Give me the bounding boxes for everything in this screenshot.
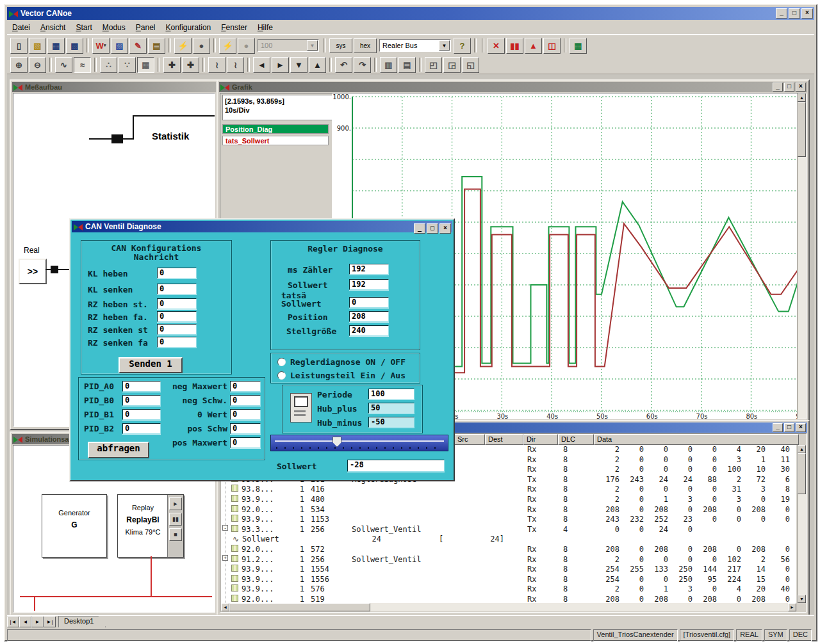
- cursor-right-button[interactable]: ►: [272, 57, 289, 73]
- expand-icon[interactable]: +: [222, 555, 228, 561]
- field-input-pid_b0[interactable]: 0: [122, 395, 161, 406]
- grafik-minimize-button[interactable]: _: [773, 83, 783, 92]
- field-input-tats-[interactable]: 0: [349, 297, 389, 308]
- field-input-stellgr-e[interactable]: 240: [349, 325, 389, 336]
- panel-draw-button[interactable]: ✎: [129, 38, 147, 54]
- center-button[interactable]: ✚: [182, 57, 199, 73]
- trace-row[interactable]: 93.9...1480Rx8201303019: [221, 495, 796, 505]
- next-transition-button[interactable]: ≀: [227, 57, 244, 73]
- messaufbau-titlebar[interactable]: Meßaufbau: [12, 82, 216, 92]
- multi-curve-button[interactable]: ≈: [74, 57, 91, 73]
- scrollbar-thumb[interactable]: [229, 603, 370, 611]
- field-input-neg-schw-[interactable]: 0: [230, 395, 261, 406]
- trace-row[interactable]: 92.0...1519Rx82080208020802080: [221, 595, 796, 603]
- abfragen-button[interactable]: abfragen: [88, 442, 149, 458]
- scroll-left-icon[interactable]: ◄: [221, 603, 229, 611]
- trace-row[interactable]: ∿Sollwert24[24]: [221, 535, 796, 545]
- field-input-kl-senken[interactable]: 0: [157, 284, 197, 294]
- menu-hilfe[interactable]: Hilfe: [252, 22, 278, 33]
- scroll-up-icon[interactable]: ▲: [798, 93, 806, 102]
- cursor-up-button[interactable]: ▲: [309, 57, 326, 73]
- trace-clear-button[interactable]: ✕: [488, 38, 505, 54]
- column-header-src[interactable]: Src: [454, 434, 485, 445]
- main-titlebar[interactable]: Vector CANoe _ □ ×: [7, 7, 814, 20]
- panel-editor-button[interactable]: ▨: [111, 38, 128, 54]
- sollwert-input[interactable]: -28: [347, 460, 445, 472]
- trace-row[interactable]: 93.8...1416Rx8200003138: [221, 485, 796, 495]
- legend-item-position_diag[interactable]: Position_Diag: [222, 124, 329, 134]
- tab-scroll-first[interactable]: |◄: [7, 616, 19, 627]
- menu-modus[interactable]: Modus: [97, 22, 131, 33]
- junction-node[interactable]: [111, 134, 123, 143]
- measure-lines-button[interactable]: ∵: [119, 57, 136, 73]
- field-input-rz-heben-fa-[interactable]: 0: [157, 311, 197, 322]
- undo-zoom-button[interactable]: ↶: [335, 57, 352, 73]
- field-input-hub_plus[interactable]: 50: [368, 403, 414, 414]
- measure-points-button[interactable]: ∴: [100, 57, 117, 73]
- field-input-pid_a0[interactable]: 0: [122, 381, 161, 392]
- column-header-dir[interactable]: Dir: [523, 434, 558, 445]
- trace-stop-button[interactable]: ◫: [543, 38, 561, 54]
- column-header-data[interactable]: Data: [594, 434, 799, 445]
- statistik-block-label[interactable]: Statistik: [152, 131, 189, 141]
- redo-zoom-button[interactable]: ↷: [354, 57, 371, 73]
- menu-fenster[interactable]: Fenster: [216, 22, 252, 33]
- trace-trigger-button[interactable]: ▲: [525, 38, 542, 54]
- save-all-button[interactable]: ▩: [66, 38, 83, 54]
- field-input-rz-senken-st[interactable]: 0: [157, 324, 197, 335]
- trace-row[interactable]: 93.9...11554Rx8254255133250144217140: [221, 565, 796, 575]
- grafik-titlebar[interactable]: Grafik _ □ ×: [219, 82, 807, 92]
- legend-view-button[interactable]: ▥: [380, 57, 397, 73]
- trace-row[interactable]: -93.3...1256Sollwert_VentilTx400240: [221, 525, 796, 535]
- animation-delay-combo[interactable]: 100▼: [258, 39, 319, 52]
- cursor-down-button[interactable]: ▼: [290, 57, 308, 73]
- field-input-rz-heben-st-[interactable]: 0: [157, 298, 197, 309]
- maximize-button[interactable]: □: [789, 8, 800, 19]
- field-input-neg-maxwert[interactable]: 0: [230, 381, 261, 392]
- stop-icon[interactable]: ■: [169, 528, 182, 541]
- trace-hscrollbar[interactable]: ◄ ►: [221, 603, 796, 611]
- frame-right-button[interactable]: ◱: [462, 57, 479, 73]
- radio-leistungsteil-ein-aus[interactable]: [277, 371, 286, 380]
- field-input-periode[interactable]: 100: [368, 389, 414, 399]
- trace-minimize-button[interactable]: _: [773, 423, 783, 432]
- step-animation-button[interactable]: ●: [238, 38, 255, 54]
- prev-transition-button[interactable]: ≀: [208, 57, 226, 73]
- junction-node[interactable]: [51, 266, 58, 273]
- trace-row[interactable]: 92.0...1534Rx82080208020802080: [221, 505, 796, 515]
- pan-button[interactable]: ✚: [163, 57, 181, 73]
- trace-row[interactable]: 92.0...1572Rx82080208020802080: [221, 545, 796, 555]
- real-bus-block[interactable]: >>: [19, 259, 47, 284]
- field-input-kl-heben[interactable]: 0: [157, 268, 197, 278]
- chevron-down-icon[interactable]: ▼: [439, 40, 450, 51]
- close-button[interactable]: ×: [801, 8, 813, 19]
- help-button[interactable]: ?: [454, 38, 471, 54]
- frame-left-button[interactable]: ◰: [425, 57, 442, 73]
- sym-toggle-button[interactable]: sys: [329, 38, 352, 53]
- legend-item-tats_sollwert[interactable]: tats_Sollwert: [222, 136, 329, 145]
- start-measurement-button[interactable]: ⚡: [174, 38, 192, 54]
- field-input-ms-z-hler[interactable]: 192: [349, 264, 389, 275]
- trace-row[interactable]: 93.9...1576Rx82013042040: [221, 584, 796, 595]
- tab-scroll-next[interactable]: ►: [31, 616, 44, 627]
- column-header-dest[interactable]: Dest: [485, 434, 523, 445]
- start-animation-button[interactable]: ⚡: [219, 38, 236, 54]
- scroll-right-icon[interactable]: ►: [788, 603, 796, 611]
- trace-pause-button[interactable]: ▮▮: [506, 38, 523, 54]
- trace-vscrollbar[interactable]: ▲ ▼: [797, 445, 806, 603]
- hex-toggle-button[interactable]: hex: [354, 38, 377, 53]
- radio-reglerdiagnose-on-off[interactable]: [277, 358, 286, 366]
- field-input-rz-senken-fa[interactable]: 0: [157, 337, 197, 348]
- dialog-titlebar[interactable]: CAN Ventil Diagnose _ □ ×: [72, 221, 452, 232]
- menu-panel[interactable]: Panel: [131, 22, 161, 33]
- zoom-time-button[interactable]: ⊕: [10, 57, 28, 73]
- dialog-minimize-button[interactable]: _: [414, 223, 425, 234]
- collapse-icon[interactable]: -: [222, 525, 228, 531]
- scroll-up-icon[interactable]: ▲: [798, 445, 806, 453]
- trace-row[interactable]: 93.9...11153Tx8243232252230000: [221, 515, 796, 525]
- grafik-vscrollbar[interactable]: ▲: [797, 93, 806, 419]
- trace-row[interactable]: 93.9...11556Rx82540025095224150: [221, 575, 796, 585]
- scroll-down-icon[interactable]: ▼: [798, 595, 806, 603]
- menu-konfiguration[interactable]: Konfiguration: [161, 22, 217, 33]
- scrollbar-thumb[interactable]: [798, 453, 806, 494]
